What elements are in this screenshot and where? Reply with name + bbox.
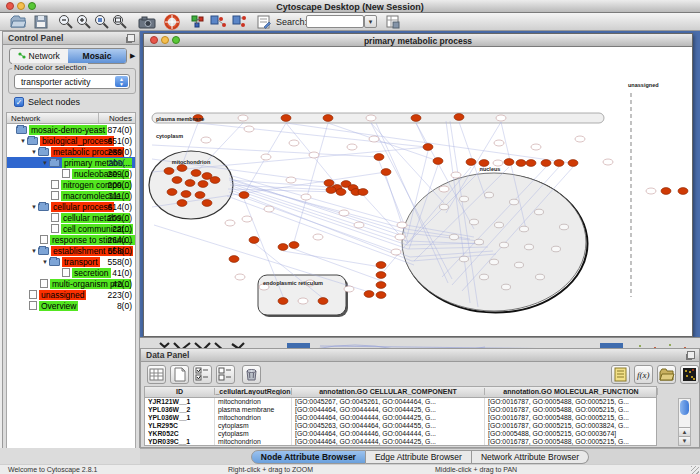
data-table-cell[interactable]: [GO:0044464, GO:0044446, GO:0044444, G..… — [292, 430, 485, 438]
data-table-scrollbar[interactable]: ▲ ▼ — [678, 398, 691, 446]
graph-node-selected[interactable] — [433, 158, 443, 165]
plasma-membrane-region[interactable] — [152, 113, 604, 123]
combobox-stepper-icon[interactable]: ▲▼ — [115, 76, 128, 87]
data-table-cell[interactable]: YPL036W__2 — [145, 406, 215, 414]
graph-node-selected[interactable] — [172, 177, 182, 184]
data-table-cell[interactable]: mitochondrion — [215, 438, 292, 446]
graph-node-selected[interactable] — [541, 160, 551, 167]
graph-node-unselected[interactable] — [225, 220, 235, 226]
graph-node-unselected[interactable] — [440, 204, 449, 210]
tree-column-nodes[interactable]: Nodes — [99, 113, 135, 123]
graph-node-unselected[interactable] — [470, 219, 479, 225]
tree-row[interactable]: ▼cellular process614(0) — [7, 201, 135, 212]
data-column-header[interactable]: _cellularLayoutRegion — [215, 388, 292, 395]
data-table-cell[interactable]: cytoplasm — [215, 422, 292, 430]
graph-node-selected[interactable] — [554, 160, 564, 167]
graph-node-unselected[interactable] — [515, 262, 524, 268]
graph-node-unselected[interactable] — [347, 144, 357, 150]
data-table-cell[interactable]: [GO:0016787, GO:0005215, GO:0003824, G..… — [485, 422, 657, 430]
tab-edge-attribute-browser[interactable]: Edge Attribute Browser — [366, 450, 472, 464]
data-table-cell[interactable]: [GO:0044464, GO:0044444, GO:0044425, G..… — [292, 406, 485, 414]
graph-node-unselected[interactable] — [535, 209, 544, 215]
graph-node-selected[interactable] — [376, 262, 386, 269]
annotations-icon[interactable] — [256, 14, 272, 30]
graph-node-selected[interactable] — [516, 160, 526, 167]
graph-node-selected[interactable] — [185, 180, 195, 187]
graph-node-selected[interactable] — [358, 189, 368, 196]
data-table-cell[interactable]: YKR052C — [145, 430, 215, 438]
graph-node-unselected[interactable] — [366, 115, 376, 121]
expand-triangle-icon[interactable]: ▼ — [42, 259, 49, 265]
tree-row[interactable]: macromolecule...311(0) — [7, 190, 135, 201]
network-window-titlebar[interactable]: primary metabolic process — [144, 34, 692, 47]
graph-node-unselected[interactable] — [502, 284, 511, 290]
graph-node-unselected[interactable] — [480, 274, 489, 280]
graph-node-selected[interactable] — [249, 237, 259, 244]
graph-node-unselected[interactable] — [238, 115, 248, 121]
data-table-cell[interactable]: [GO:0045267, GO:0045261, GO:0044464, G..… — [292, 398, 485, 406]
graph-node-selected[interactable] — [504, 159, 514, 166]
tree-row[interactable]: nucleobase-...209(0) — [7, 168, 135, 179]
tree-row[interactable]: secretion41(0) — [7, 267, 135, 278]
data-table-row[interactable]: YPL036W__1mitochondrion[GO:0044464, GO:0… — [145, 414, 656, 422]
graph-node-unselected[interactable] — [235, 274, 245, 280]
graph-node-unselected[interactable] — [525, 244, 534, 250]
data-table-row[interactable]: YPL036W__2plasma membrane[GO:0044464, GO… — [145, 406, 656, 414]
data-table-cell[interactable]: YDR039C__1 — [145, 438, 215, 446]
expand-triangle-icon[interactable]: ▼ — [31, 248, 38, 254]
graph-node-unselected[interactable] — [500, 242, 509, 248]
tree-row[interactable]: multi-organism pro...42(0) — [7, 278, 135, 289]
graph-node-unselected[interactable] — [242, 216, 252, 222]
attribute-table-icon[interactable] — [147, 365, 166, 384]
data-table-cell[interactable]: mitochondrion — [215, 414, 292, 422]
graph-node-unselected[interactable] — [289, 140, 299, 146]
graph-node-unselected[interactable] — [531, 144, 541, 150]
tree-row[interactable]: response to stimulu...264(0) — [7, 234, 135, 245]
attribute-batch-icon[interactable] — [385, 14, 401, 30]
graph-node-unselected[interactable] — [520, 226, 529, 232]
graph-node-unselected[interactable] — [496, 115, 506, 121]
graph-node-unselected[interactable] — [552, 246, 561, 252]
graph-node-selected[interactable] — [411, 115, 421, 122]
graph-node-selected[interactable] — [177, 165, 187, 172]
graph-node-unselected[interactable] — [485, 192, 494, 198]
expand-triangle-icon[interactable]: ▼ — [31, 204, 38, 210]
graph-node-selected[interactable] — [376, 282, 386, 289]
tab-node-attribute-browser[interactable]: Node Attribute Browser — [251, 450, 366, 464]
new-attribute-icon[interactable] — [170, 365, 189, 384]
data-table-cell[interactable]: cytoplasm — [215, 430, 292, 438]
data-table-cell[interactable]: YPL036W__1 — [145, 414, 215, 422]
tree-row[interactable]: mosaic-demo-yeast874(0) — [7, 124, 135, 135]
graph-node-unselected[interactable] — [510, 199, 519, 205]
data-table-cell[interactable]: [GO:0005488, GO:0005215, GO:0003674] — [485, 430, 657, 438]
import-attributes-icon[interactable] — [657, 365, 676, 384]
help-icon[interactable] — [164, 14, 180, 30]
graph-node-unselected[interactable] — [494, 140, 504, 146]
graph-node-selected[interactable] — [454, 114, 464, 121]
graph-node-unselected[interactable] — [450, 234, 459, 240]
graph-node-selected[interactable] — [167, 189, 177, 196]
graph-node-selected[interactable] — [326, 187, 336, 194]
data-table-cell[interactable]: [GO:0045263, GO:0044464, GO:0044455, G..… — [292, 422, 485, 430]
graph-node-unselected[interactable] — [475, 239, 484, 245]
graph-node-unselected[interactable] — [646, 188, 656, 194]
graph-node-selected[interactable] — [376, 272, 386, 279]
data-table-cell[interactable]: [GO:0016787, GO:0005488, GO:0005215, G..… — [485, 414, 657, 422]
data-table-row[interactable]: YJR121W__1mitochondrion[GO:0045267, GO:0… — [145, 398, 656, 406]
scrollbar-thumb[interactable] — [680, 400, 689, 415]
graph-node-selected[interactable] — [210, 177, 220, 184]
tree-row[interactable]: ▼biological_process651(0) — [7, 135, 135, 146]
tree-row[interactable]: cell communicat...22(0) — [7, 223, 135, 234]
tab-overflow-icon[interactable]: ▶ — [130, 52, 135, 60]
select-nodes-checkbox[interactable]: ✓ — [14, 97, 24, 107]
graph-node-selected[interactable] — [381, 169, 391, 176]
scroll-down-icon[interactable]: ▼ — [679, 436, 690, 445]
tree-row[interactable]: nitrogen compo...209(0) — [7, 179, 135, 190]
graph-node-selected[interactable] — [364, 291, 374, 298]
resize-grip[interactable] — [691, 466, 699, 474]
graph-node-unselected[interactable] — [460, 256, 469, 262]
graph-node-unselected[interactable] — [460, 196, 469, 202]
node-color-combobox[interactable]: transporter activity ▲▼ — [14, 74, 130, 89]
graph-node-selected[interactable] — [323, 115, 333, 122]
network-overlay-icon[interactable] — [232, 14, 248, 30]
